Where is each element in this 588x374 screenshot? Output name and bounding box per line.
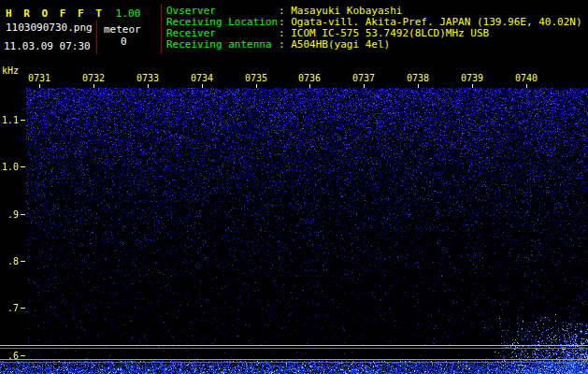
red-separator [161,4,162,54]
time-tick [256,84,257,88]
freq-label: .6 [0,351,19,361]
time-label: 0734 [191,73,213,83]
freq-unit-label: kHz [2,65,19,76]
time-tick [309,84,310,88]
freq-tick [21,308,25,309]
time-tick [39,84,40,88]
datetime-label: 11.03.09 07:30 [4,40,91,52]
spectrogram-canvas [0,88,588,374]
time-label: 0737 [352,73,375,83]
freq-tick [21,355,25,356]
freq-label: .7 [0,303,19,313]
time-label: 0732 [82,73,105,83]
station-info: Ovserver: Masayuki Kobayashi Receiving L… [166,6,582,50]
freq-tick [21,166,25,167]
time-tick [364,84,365,88]
freq-label: .9 [0,209,19,220]
app-title: H R O F F T [6,7,105,20]
time-label: 0738 [407,73,429,83]
output-filename: 1103090730.png [6,22,93,34]
freq-label: 1.0 [0,162,19,172]
info-value: : A504HB(yagi 4el) [279,38,390,50]
title-bar: H R O F F T1.00 [6,3,140,21]
time-label: 0739 [461,73,483,83]
time-label: 0733 [136,73,159,83]
freq-label: .8 [0,256,19,266]
red-separator [96,21,97,54]
time-tick [418,84,419,88]
time-label: 0735 [245,73,267,83]
time-tick [148,84,149,88]
meteor-counter-label: meteor [104,23,141,36]
freq-label: 1.1 [0,115,19,125]
freq-tick [21,261,25,262]
freq-tick [21,214,25,215]
info-label: Receiving antenna [166,39,279,50]
app-version: 1.00 [116,7,141,20]
time-label: 0736 [298,73,321,83]
time-tick [202,84,203,88]
time-tick [472,84,473,88]
freq-tick [21,120,25,121]
meteor-counter-value: 0 [121,36,127,48]
time-tick [526,84,527,88]
time-tick [93,84,94,88]
time-label: 0731 [28,73,50,83]
info-row-antenna: Receiving antenna: A504HB(yagi 4el) [166,39,582,50]
time-label: 0740 [515,73,538,83]
